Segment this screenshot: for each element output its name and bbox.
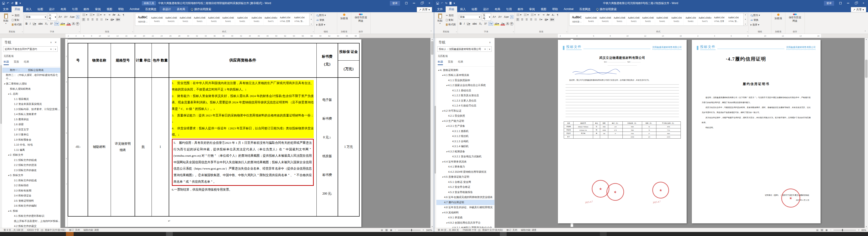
expand-triangle-icon[interactable]: ◢	[437, 68, 440, 71]
nav-tree-item[interactable]: 4.3.1.3 合绳机	[436, 139, 494, 144]
nav-tree-item[interactable]: 4.3.1.1 捻股机	[436, 129, 494, 134]
web-layout-icon[interactable]: ▦	[825, 229, 828, 231]
save-to-baidu-button[interactable]: 保存到百度网盘	[352, 13, 369, 23]
nav-tree-item[interactable]: ◢ 第二章投标人须知	[2, 81, 60, 87]
char-border-button[interactable]: A	[76, 15, 79, 19]
enclose-character-button[interactable]: 字	[76, 22, 79, 26]
login-button[interactable]: 登录	[390, 1, 400, 6]
expand-triangle-icon[interactable]	[450, 89, 452, 89]
line-spacing-button[interactable]: ⇕▾	[538, 18, 543, 21]
shrink-font-button[interactable]: A˅	[498, 16, 502, 19]
ribbon-tab[interactable]: 设计	[480, 6, 492, 12]
style-entry[interactable]: AaBbCcDdEfont01	[150, 14, 164, 25]
nav-tree-item[interactable]: 4.1.1 营业执照副本	[436, 78, 494, 83]
nav-tree-item[interactable]: 1.1 项目概况	[2, 96, 60, 102]
copy-button[interactable]: 复制	[445, 18, 457, 22]
align-right-button[interactable]: ☰	[91, 18, 94, 21]
nav-tree-item[interactable]: 线上开标不涉及密封，上传的PDF投标…	[2, 218, 60, 224]
nav-tab[interactable]: 页面	[14, 60, 19, 65]
title-bar[interactable]: ↶ ↺ ▾ 表格工具 中铁六局集团有限公司沈阳地铁9号线二期项目经理部辅助材料采…	[0, 0, 434, 6]
style-entry[interactable]: AaBbCcDdEfont31	[207, 14, 221, 25]
nav-tree-item[interactable]: 4.6 近年在施或完成的同类物资供货业绩表	[436, 195, 494, 200]
accessibility-indicator[interactable]: 辅助功能: 调查	[519, 229, 538, 232]
nav-search-input[interactable]	[437, 48, 483, 51]
nav-tree-item[interactable]: 投标人须知前附表	[2, 86, 60, 92]
nav-tree-item[interactable]: 4.1.2.1 基础信息	[436, 88, 494, 93]
minimize-button[interactable]	[844, 0, 852, 6]
ribbon-tab[interactable]: Acrobat	[127, 6, 142, 12]
ribbon-tab[interactable]: 百度网盘	[142, 6, 159, 12]
close-icon[interactable]: ✕	[53, 41, 58, 44]
nav-tree-item[interactable]: 4.1 投标文件的密封和标识	[2, 214, 60, 219]
taskbar-app-highlight[interactable]	[66, 232, 74, 236]
nav-tree-item[interactable]: ◢ 4.5 质量保证能力证明	[436, 175, 494, 180]
expand-triangle-icon[interactable]: ◢	[445, 124, 448, 127]
web-layout-icon[interactable]: ▦	[390, 229, 393, 231]
expand-triangle-icon[interactable]	[11, 138, 14, 139]
nav-tree-item[interactable]: 1.10 分包、转包	[2, 142, 60, 148]
ribbon-tab[interactable]: 插入	[23, 6, 35, 12]
nav-tab[interactable]: 标题	[438, 60, 443, 65]
font-color-button[interactable]: A▾	[500, 22, 505, 25]
expand-triangle-icon[interactable]	[445, 180, 448, 181]
align-right-button[interactable]: ☰	[525, 18, 529, 21]
nav-tree-item[interactable]: 4.9.2.1 未被列入严重违法失信企业…	[436, 225, 494, 228]
expand-triangle-icon[interactable]	[445, 79, 448, 79]
nav-tree-item[interactable]: ◢ 4. 投标	[2, 208, 60, 214]
expand-triangle-icon[interactable]	[445, 170, 448, 171]
highlight-button[interactable]: ab▾	[494, 22, 500, 25]
style-entry[interactable]: AaBbCcDdfont51	[236, 14, 249, 25]
ribbon-tab[interactable]: 帮助	[549, 6, 561, 12]
expand-triangle-icon[interactable]	[445, 165, 448, 166]
expand-triangle-icon[interactable]	[445, 216, 448, 216]
zoom-level[interactable]: 160%	[426, 229, 432, 232]
zoom-out-icon[interactable]: −	[394, 229, 396, 231]
vertical-scrollbar[interactable]: ▲▼	[865, 38, 868, 228]
expand-triangle-icon[interactable]	[11, 189, 14, 189]
expand-triangle-icon[interactable]: ◢	[441, 73, 444, 76]
nav-tree-item[interactable]: 2.1 招标文件的组成	[2, 157, 60, 163]
expand-triangle-icon[interactable]: ◢	[7, 209, 10, 212]
shrink-font-button[interactable]: A˅	[63, 16, 68, 19]
style-entry[interactable]: AaBbCcDdfont51	[670, 14, 683, 25]
nav-tree-item[interactable]: 1.4 投标人资格要求	[2, 112, 60, 117]
document-area[interactable]: 投标文件 沈阳鑫盛辰建材销售有限公司 武汉立达物通建筑材料有限公司 地址：…………	[495, 38, 868, 228]
chevron-down-icon[interactable]: ∨	[488, 41, 492, 44]
zoom-slider[interactable]	[398, 230, 421, 230]
style-entry[interactable]: AaBbCcDdEefont71	[698, 14, 712, 25]
expand-triangle-icon[interactable]: ◢	[441, 175, 444, 178]
nav-tree-item[interactable]: 4.5.2 安全带合格证	[436, 185, 494, 190]
chevron-down-icon[interactable]: ∨	[49, 41, 53, 44]
shading-button[interactable]: ▨▾	[544, 18, 549, 21]
document-page-left[interactable]: 投标文件 沈阳鑫盛辰建材销售有限公司 武汉立达物通建筑材料有限公司 地址：…………	[558, 40, 687, 223]
expand-triangle-icon[interactable]	[450, 145, 452, 145]
windows-taskbar[interactable]	[0, 232, 868, 236]
restore-button[interactable]	[418, 0, 425, 6]
title-bar[interactable]: ↶ ↻ ▾ 中铁六局集团有限公司沈阳地铁9号线二期-2包投标文件 - Word …	[434, 0, 868, 6]
justify-button[interactable]: ☰	[529, 18, 533, 21]
zoom-in-icon[interactable]: +	[858, 229, 860, 231]
nav-tree-item[interactable]: 1.6 保密	[2, 122, 60, 127]
track-changes-indicator[interactable]: 修订: 关闭	[504, 229, 519, 232]
save-icon[interactable]	[2, 2, 5, 4]
numbering-button[interactable]: ▾	[523, 13, 529, 17]
font-name-select[interactable]: 宋体▾	[25, 15, 47, 19]
horizontal-ruler[interactable]: 246810121416246810121416	[434, 34, 868, 38]
expand-triangle-icon[interactable]	[450, 135, 452, 135]
style-entry[interactable]: AaBbCcDdEfont11	[179, 14, 192, 25]
nav-tree-item[interactable]: ◢ 4. 资格证明资料	[436, 67, 494, 73]
collapse-ribbon-icon[interactable]: ⌃	[864, 30, 866, 33]
style-entry[interactable]: AaBbCcDdHTML 预...	[726, 14, 740, 25]
nav-tree-item[interactable]: 3.3 投标有效期	[2, 188, 60, 193]
format-painter-button[interactable]: 格式刷	[11, 23, 22, 26]
ribbon-tab[interactable]: 绘图	[469, 6, 480, 12]
dialog-launcher-icon[interactable]: ⌐	[513, 31, 514, 33]
ribbon-tab[interactable]: 表设计	[159, 6, 174, 12]
expand-triangle-icon[interactable]	[450, 226, 452, 227]
expand-triangle-icon[interactable]	[11, 199, 14, 200]
expand-triangle-icon[interactable]	[11, 118, 14, 118]
style-entry[interactable]: AaBbCcDdEefont71	[264, 14, 278, 25]
superscript-button[interactable]: X²	[50, 22, 54, 25]
ribbon-tab[interactable]: 审阅	[92, 6, 104, 12]
expand-triangle-icon[interactable]: ◢	[441, 211, 444, 213]
